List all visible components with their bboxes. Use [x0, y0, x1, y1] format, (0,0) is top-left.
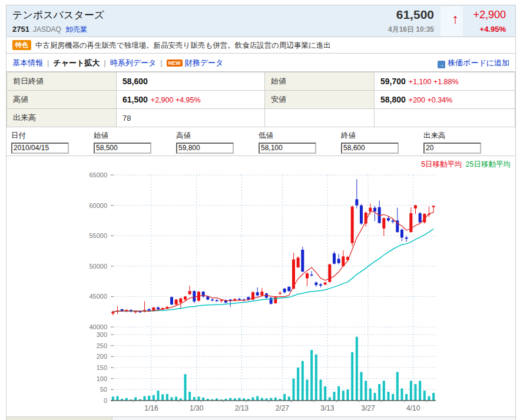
open-label: 始値 [94, 131, 173, 141]
low-number: 58,800 [380, 95, 406, 104]
feature-text: 中古厨房機器の再生販売で独壇場。新品安売り販売も併営。飲食店設営の周辺事業に進出 [35, 41, 331, 49]
volume-bars [112, 337, 435, 401]
svg-text:65000: 65000 [89, 171, 107, 178]
svg-text:3/27: 3/27 [361, 404, 375, 412]
tab-financial[interactable]: 財務データ [185, 58, 224, 67]
add-to-board-link[interactable]: 株価ボードに追加 [448, 58, 509, 67]
volume-label: 出来高 [423, 131, 503, 141]
candlesticks [111, 179, 435, 315]
chart-area: 6500060000550005000045000400003002502001… [6, 171, 515, 416]
stock-meta: 2751JASDAQ卸売業 [12, 25, 87, 35]
empty-cell [265, 109, 375, 127]
price-change: +2,900 [473, 9, 506, 21]
current-price: 61,500 [396, 8, 434, 22]
feature-badge: 特色 [12, 40, 31, 50]
svg-text:1/30: 1/30 [190, 404, 204, 412]
low-change: +200 +0.34% [409, 96, 452, 104]
new-badge: NEW [167, 59, 183, 67]
field-close: 終値 [341, 131, 420, 154]
svg-text:45000: 45000 [89, 293, 107, 300]
label-volume: 出来高 [7, 109, 117, 127]
svg-text:55000: 55000 [89, 232, 107, 239]
svg-text:50000: 50000 [89, 263, 107, 270]
stock-exchange: JASDAQ [33, 25, 61, 34]
svg-text:60000: 60000 [89, 202, 107, 209]
grid-lines [111, 175, 436, 402]
company-feature-row: 特色中古厨房機器の再生販売で独壇場。新品安売り販売も併営。飲食店設営の周辺事業に… [6, 37, 515, 54]
up-arrow-icon: ↑ [452, 12, 459, 26]
table-row: 出来高 78 [7, 109, 515, 127]
stock-name: テンポスバスターズ [12, 8, 104, 22]
tab-nav: →株価ボードに追加 基本情報|チャート拡大|時系列データ|NEW財務データ [6, 54, 515, 72]
high-number: 61,500 [122, 95, 148, 104]
industry-link[interactable]: 卸売業 [66, 25, 87, 34]
field-low: 低値 [259, 131, 338, 154]
tab-basic-info[interactable]: 基本情報 [12, 58, 43, 67]
quote-datetime: 4月16日 10:35 [388, 25, 434, 35]
tab-chart-current[interactable]: チャート拡大 [53, 58, 100, 67]
stock-detail-page: テンポスバスターズ 2751JASDAQ卸売業 61,500 4月16日 10:… [6, 5, 516, 420]
tab-timeseries[interactable]: 時系列データ [110, 58, 157, 67]
next-section-strip [6, 416, 515, 420]
open-change: +1,100 +1.88% [409, 78, 459, 86]
price-change-percent: +4.95% [480, 25, 506, 34]
separator: | [160, 58, 162, 67]
high-label: 高値 [176, 131, 256, 141]
prev-close-number: 58,600 [122, 77, 148, 86]
svg-text:0: 0 [104, 397, 107, 404]
empty-cell [375, 109, 515, 127]
svg-text:2/13: 2/13 [235, 404, 249, 412]
next-section-header-cell [6, 417, 112, 420]
table-row: 前日終値 58,600 始値 59,700+1,100 +1.88% [7, 72, 515, 91]
svg-text:1/16: 1/16 [144, 404, 158, 412]
field-open: 始値 [94, 131, 173, 154]
svg-text:300: 300 [97, 331, 107, 338]
ohlc-input-row: 日付 始値 高値 低値 終値 出来高 [6, 130, 515, 156]
table-row: 高値 61,500+2,900 +4.95% 安値 58,800+200 +0.… [7, 91, 515, 109]
svg-text:100: 100 [97, 375, 107, 382]
svg-text:50: 50 [100, 386, 107, 393]
field-high: 高値 [176, 131, 256, 154]
svg-text:3/13: 3/13 [320, 404, 334, 412]
arrow-box-icon: → [438, 61, 445, 68]
field-volume: 出来高 [423, 131, 503, 154]
separator: | [104, 58, 105, 67]
date-label: 日付 [11, 131, 91, 141]
volume-input[interactable] [423, 143, 481, 154]
field-date: 日付 [11, 131, 91, 154]
label-low: 安値 [265, 91, 375, 109]
volume-number: 78 [122, 114, 131, 123]
low-label: 低値 [259, 131, 338, 141]
value-prev-close: 58,600 [117, 72, 265, 91]
date-input[interactable] [11, 143, 69, 154]
svg-text:2/27: 2/27 [276, 404, 290, 412]
high-change: +2,900 +4.95% [151, 96, 201, 104]
stock-code: 2751 [12, 25, 29, 34]
add-to-board[interactable]: →株価ボードに追加 [438, 58, 509, 68]
value-high: 61,500+2,900 +4.95% [117, 91, 265, 109]
open-input[interactable] [94, 143, 151, 154]
svg-text:150: 150 [97, 364, 107, 371]
candlestick-volume-chart: 6500060000550005000045000400003002502001… [6, 171, 515, 416]
label-prev-close: 前日終値 [7, 72, 117, 91]
value-open: 59,700+1,100 +1.88% [375, 72, 515, 91]
low-input[interactable] [259, 143, 316, 154]
close-label: 終値 [341, 131, 420, 141]
quote-summary-table: 前日終値 58,600 始値 59,700+1,100 +1.88% 高値 61… [6, 72, 515, 127]
separator: | [47, 58, 49, 67]
value-volume: 78 [117, 109, 265, 127]
label-open: 始値 [265, 72, 375, 91]
svg-text:40000: 40000 [89, 323, 107, 330]
high-input[interactable] [176, 143, 234, 154]
legend-ma5: 5日移動平均 [421, 160, 462, 168]
svg-text:250: 250 [97, 342, 107, 349]
ma-legend: 5日移動平均25日移動平均 [6, 156, 515, 171]
stock-header: テンポスバスターズ 2751JASDAQ卸売業 61,500 4月16日 10:… [6, 5, 515, 37]
open-number: 59,700 [380, 77, 406, 86]
label-high: 高値 [7, 91, 117, 109]
legend-ma25: 25日移動平均 [466, 160, 511, 168]
svg-text:4/10: 4/10 [406, 404, 420, 412]
close-input[interactable] [341, 143, 399, 154]
value-low: 58,800+200 +0.34% [375, 91, 515, 109]
svg-text:200: 200 [97, 353, 107, 360]
